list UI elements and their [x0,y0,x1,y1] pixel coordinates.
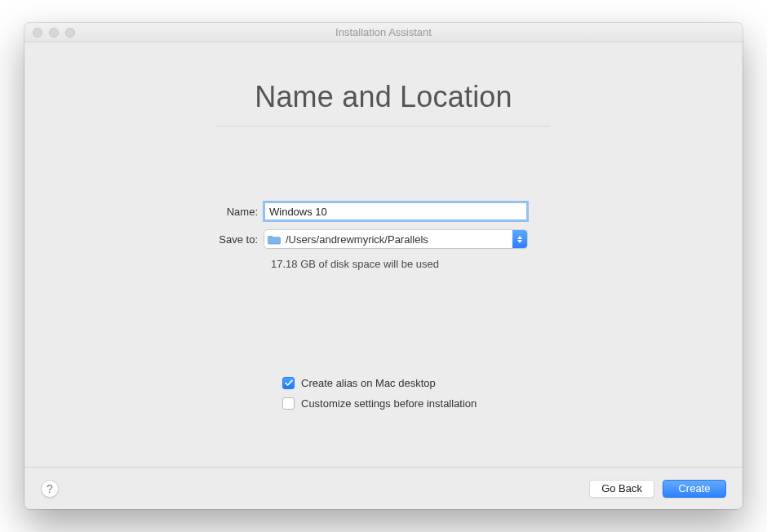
name-label: Name: [171,206,264,218]
options-block: Create alias on Mac desktop Customize se… [24,377,743,410]
content-area: Name and Location Name: Save to: /Users/… [24,42,743,467]
customize-checkbox-label: Customize settings before installation [301,397,477,410]
window-title: Installation Assistant [24,26,743,38]
traffic-lights [33,28,75,38]
alias-checkbox-label: Create alias on Mac desktop [301,377,436,389]
installation-assistant-window: Installation Assistant Name and Location… [24,23,743,509]
chevron-updown-icon [512,230,527,248]
name-row: Name: [171,202,596,220]
saveto-label: Save to: [171,233,264,246]
alias-checkbox-row[interactable]: Create alias on Mac desktop [282,377,436,389]
go-back-button[interactable]: Go Back [589,480,654,498]
disk-space-note: 17.18 GB of disk space will be used [271,258,596,270]
saveto-dropdown[interactable]: /Users/andrewmyrick/Parallels [264,230,527,248]
saveto-path: /Users/andrewmyrick/Parallels [284,230,512,248]
titlebar: Installation Assistant [24,23,743,42]
saveto-row: Save to: /Users/andrewmyrick/Parallels [171,230,596,248]
create-button[interactable]: Create [663,480,726,498]
footer-toolbar: ? Go Back Create [24,467,743,509]
help-icon: ? [47,482,53,495]
help-button[interactable]: ? [41,480,59,498]
heading-divider [217,126,550,126]
alias-checkbox[interactable] [282,377,295,389]
page-heading: Name and Location [255,80,512,126]
close-icon[interactable] [33,28,42,38]
form-area: Name: Save to: /Users/andrewmyrick/Paral… [171,202,596,270]
zoom-icon[interactable] [65,28,75,38]
name-input[interactable] [264,202,527,220]
minimize-icon[interactable] [49,28,59,38]
folder-icon [264,230,284,248]
customize-checkbox-row[interactable]: Customize settings before installation [282,397,477,410]
customize-checkbox[interactable] [282,397,295,410]
